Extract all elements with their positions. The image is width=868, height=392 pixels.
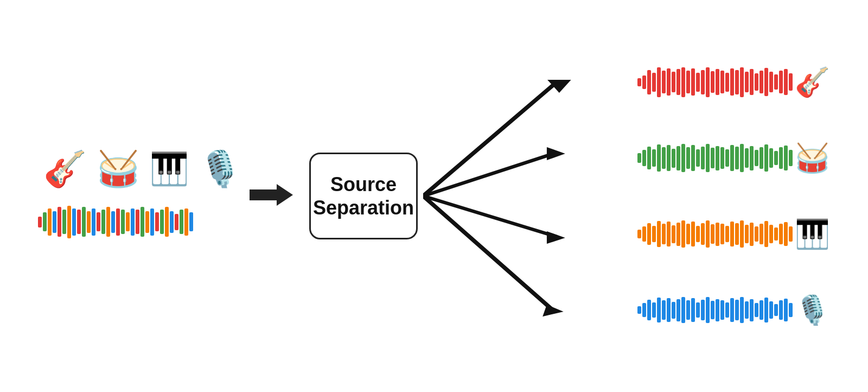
source-separation-box: Source Separation: [309, 153, 418, 239]
waveform-bar: [691, 222, 695, 246]
svg-marker-4: [547, 147, 565, 160]
waveform-bar: [686, 224, 690, 244]
waveform-bar: [789, 150, 793, 166]
svg-marker-8: [542, 305, 564, 317]
output-row-mic: 🎙️: [580, 294, 830, 327]
waveform-bar: [681, 220, 685, 248]
waveform-bar: [175, 214, 178, 230]
waveform-bar: [784, 299, 788, 321]
waveform-bar: [706, 297, 710, 323]
waveform-bar: [662, 224, 666, 244]
waveform-bar: [750, 223, 754, 246]
waveform-bar: [696, 149, 700, 167]
waveform-bar: [97, 212, 100, 231]
waveform-bar: [755, 73, 758, 91]
drums-icon: 🥁: [97, 149, 140, 189]
waveform-bar: [672, 149, 675, 168]
waveform-bar: [764, 144, 768, 172]
waveform-bar: [647, 223, 651, 245]
waveform-bar: [116, 208, 120, 236]
waveform-bar: [38, 217, 42, 227]
waveform-bar: [730, 68, 734, 96]
waveform-bar: [681, 144, 685, 172]
svg-marker-0: [250, 184, 293, 206]
waveform-bar: [779, 147, 783, 169]
waveform-bar: [642, 150, 646, 166]
waveform-bar: [755, 150, 758, 166]
waveform-bar: [82, 207, 86, 237]
svg-line-5: [423, 196, 557, 237]
keyboard-icon: 🎹: [150, 150, 189, 187]
output-row-keyboard: 🎹: [580, 218, 830, 251]
mic-icon: 🎙️: [199, 149, 242, 189]
waveform-bar: [92, 208, 95, 236]
waveform-bar: [745, 148, 749, 168]
keyboard-waveform: [637, 219, 778, 249]
waveform-bar: [77, 210, 81, 234]
waveform-bar: [764, 221, 768, 247]
waveform-bar: [662, 71, 666, 93]
waveform-bar: [779, 71, 783, 93]
waveform-bar: [184, 208, 188, 236]
waveform-bar: [637, 230, 641, 238]
drums-waveform: [637, 143, 778, 173]
waveform-bar: [676, 223, 680, 246]
waveform-bar: [652, 73, 656, 92]
waveform-bar: [180, 210, 183, 234]
waveform-bar: [720, 147, 724, 169]
box-line2: Separation: [313, 197, 414, 219]
waveform-bar: [691, 68, 695, 96]
waveform-bar: [750, 146, 754, 170]
waveform-bar: [745, 301, 749, 319]
waveform-bar: [706, 67, 710, 97]
input-arrow: [250, 181, 293, 211]
waveform-bar: [720, 300, 724, 320]
waveform-bar: [657, 221, 661, 247]
waveform-bar: [784, 222, 788, 246]
waveform-bar: [784, 146, 788, 170]
waveform-bar: [789, 226, 793, 242]
waveform-bar: [652, 302, 656, 318]
waveform-bar: [58, 207, 61, 237]
waveform-bar: [642, 226, 646, 242]
right-section: 🎸 🥁 🎹 🎙️: [423, 44, 841, 348]
waveform-bar: [642, 75, 646, 89]
waveform-bar: [779, 300, 783, 320]
waveform-bar: [760, 300, 763, 320]
waveform-bar: [667, 222, 671, 246]
waveform-bar: [131, 208, 135, 236]
waveform-bar: [696, 226, 700, 242]
waveform-bar: [730, 298, 734, 322]
guitar-waveform: [637, 67, 778, 97]
waveform-bar: [637, 306, 641, 314]
left-section: 🎸 🥁 🎹 🎙️: [27, 149, 233, 244]
waveform-bar: [711, 301, 714, 319]
waveform-bar: [106, 207, 110, 237]
waveform-bar: [676, 299, 680, 321]
waveform-bar: [769, 148, 773, 168]
waveform-bar: [72, 208, 76, 236]
waveform-bar: [711, 148, 714, 168]
waveform-bar: [755, 226, 758, 242]
waveform-bar: [136, 210, 139, 234]
waveform-bar: [706, 144, 710, 172]
waveform-bar: [657, 298, 661, 323]
waveform-bar: [145, 211, 149, 233]
waveform-bar: [725, 226, 729, 242]
waveform-bar: [637, 153, 641, 163]
waveform-bar: [716, 223, 719, 246]
waveform-bar: [686, 300, 690, 320]
waveform-bar: [62, 210, 66, 234]
waveform-bar: [760, 147, 763, 169]
waveform-bar: [745, 225, 749, 243]
waveform-bar: [740, 67, 744, 97]
output-row-guitar: 🎸: [580, 66, 830, 99]
waveform-bar: [657, 144, 661, 172]
waveform-bar: [43, 212, 47, 231]
waveform-bar: [725, 149, 729, 167]
waveform-bar: [170, 211, 174, 233]
waveform-bar: [725, 302, 729, 318]
waveform-bar: [740, 220, 744, 248]
svg-marker-2: [543, 72, 575, 93]
waveform-bar: [652, 149, 656, 167]
